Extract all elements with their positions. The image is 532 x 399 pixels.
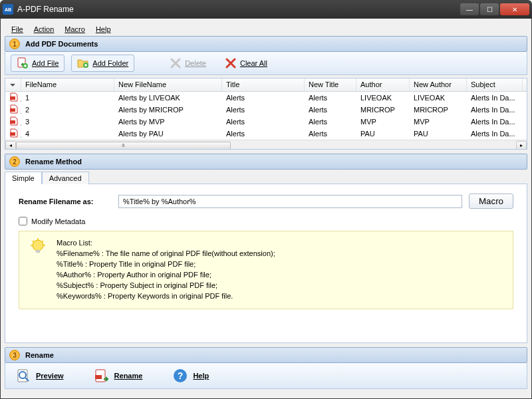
cell-title: Alerts — [222, 105, 305, 114]
cell-new-author: MVP — [410, 117, 467, 126]
svg-rect-3 — [10, 96, 15, 100]
hint-line: %Keywords% : Property Keywords in origin… — [57, 291, 275, 302]
cell-filename: 3 — [21, 117, 114, 126]
svg-rect-9 — [36, 250, 40, 253]
cell-new-filename: Alerts by MVP — [114, 117, 222, 126]
cell-filename: 2 — [21, 105, 114, 114]
cell-new-author: MRICROP — [410, 105, 467, 114]
svg-rect-13 — [95, 375, 102, 379]
cell-new-title: Alerts — [305, 129, 356, 138]
cell-new-title: Alerts — [305, 93, 356, 102]
preview-icon — [16, 368, 31, 383]
section-add-pdf: 1 Add PDF Documents — [5, 36, 527, 52]
tabstrip: Simple Advanced — [5, 171, 527, 184]
add-file-icon — [17, 57, 29, 69]
preview-button[interactable]: Preview — [12, 366, 68, 386]
toolbar-actions: Preview Rename ? Help — [5, 363, 527, 389]
rename-button[interactable]: Rename — [90, 366, 147, 386]
hint-panel: Macro List: %Filename% : The file name o… — [19, 231, 513, 309]
hint-line: %Title% : Property Title in original PDF… — [57, 259, 275, 270]
section-rename-method: 2 Rename Method — [5, 154, 527, 170]
table-row[interactable]: 1 Alerts by LIVEOAK Alerts Alerts LIVEOA… — [5, 92, 527, 104]
cell-filename: 1 — [21, 93, 114, 102]
col-title[interactable]: Title — [222, 78, 305, 91]
menu-file[interactable]: File — [7, 24, 27, 35]
table-row[interactable]: 3 Alerts by MVP Alerts Alerts MVP MVP Al… — [5, 116, 527, 128]
section-title-1: Add PDF Documents — [25, 40, 98, 48]
cell-new-filename: Alerts by LIVEOAK — [114, 93, 222, 102]
col-new-title[interactable]: New Title — [305, 78, 356, 91]
col-new-author[interactable]: New Author — [410, 78, 467, 91]
tab-advanced[interactable]: Advanced — [42, 172, 89, 184]
tab-panel-simple: Rename Filename as: Macro Modify Metadat… — [5, 184, 527, 343]
lightbulb-icon — [29, 238, 47, 257]
delete-label: Delete — [185, 59, 206, 67]
window-title: A-PDF Rename — [17, 5, 460, 14]
col-icon[interactable] — [5, 78, 21, 91]
toolbar-add: Add File Add Folder Delete Clear All — [5, 52, 527, 75]
cell-new-author: LIVEOAK — [410, 93, 467, 102]
add-folder-label: Add Folder — [92, 59, 128, 67]
pdf-icon — [9, 92, 19, 102]
add-file-button[interactable]: Add File — [11, 55, 65, 72]
modify-metadata-label: Modify Metadata — [31, 217, 85, 225]
scroll-left-icon[interactable]: ◂ — [5, 141, 16, 150]
col-filename[interactable]: FileName — [21, 78, 114, 91]
close-button[interactable]: ✕ — [500, 3, 529, 15]
add-folder-button[interactable]: Add Folder — [71, 55, 134, 72]
section-title-3: Rename — [25, 351, 54, 359]
titlebar[interactable]: AB A-PDF Rename — ☐ ✕ — [0, 0, 532, 19]
delete-icon — [170, 57, 182, 69]
cell-new-title: Alerts — [305, 105, 356, 114]
col-new-filename[interactable]: New FileName — [114, 78, 222, 91]
hint-heading: Macro List: — [57, 238, 275, 249]
cell-author: MRICROP — [356, 105, 410, 114]
col-subject[interactable]: Subject — [467, 78, 523, 91]
cell-title: Alerts — [222, 129, 305, 138]
table-row[interactable]: 2 Alerts by MRICROP Alerts Alerts MRICRO… — [5, 104, 527, 116]
scroll-thumb[interactable]: Ⅲ — [16, 142, 231, 150]
badge-3: 3 — [9, 350, 20, 360]
col-author[interactable]: Author — [356, 78, 410, 91]
clear-all-label: Clear All — [240, 59, 267, 67]
menu-macro[interactable]: Macro — [61, 24, 89, 35]
clear-all-button[interactable]: Clear All — [219, 55, 273, 72]
help-button[interactable]: ? Help — [169, 366, 213, 386]
rename-icon — [94, 368, 109, 383]
maximize-button[interactable]: ☐ — [480, 3, 499, 15]
svg-text:?: ? — [178, 370, 184, 381]
minimize-button[interactable]: — — [460, 3, 479, 15]
cell-title: Alerts — [222, 117, 305, 126]
cell-title: Alerts — [222, 93, 305, 102]
horizontal-scrollbar[interactable]: ◂ Ⅲ ▸ — [5, 140, 527, 150]
rename-label: Rename Filename as: — [19, 198, 112, 205]
rename-label: Rename — [114, 372, 143, 380]
add-file-label: Add File — [32, 59, 59, 67]
tab-simple[interactable]: Simple — [5, 172, 42, 184]
delete-button[interactable]: Delete — [164, 55, 212, 72]
add-folder-icon — [77, 57, 89, 69]
menu-help[interactable]: Help — [92, 24, 115, 35]
cell-subject: Alerts In Da... — [467, 93, 523, 102]
rename-pattern-input[interactable] — [118, 195, 462, 208]
modify-metadata-checkbox[interactable] — [19, 217, 27, 225]
svg-rect-4 — [10, 108, 15, 112]
cell-new-author: PAU — [410, 129, 467, 138]
list-header[interactable]: FileName New FileName Title New Title Au… — [5, 78, 527, 92]
pdf-icon — [9, 116, 19, 126]
pdf-icon — [9, 128, 19, 138]
cell-new-filename: Alerts by MRICROP — [114, 105, 222, 114]
scroll-right-icon[interactable]: ▸ — [516, 141, 527, 150]
help-icon: ? — [173, 368, 188, 383]
cell-subject: Alerts In Da... — [467, 129, 523, 138]
menu-action[interactable]: Action — [30, 24, 59, 35]
hint-line: %Author% : Property Author in original P… — [57, 270, 275, 281]
section-title-2: Rename Method — [25, 158, 82, 166]
app-icon: AB — [3, 4, 13, 15]
cell-author: MVP — [356, 117, 410, 126]
macro-button[interactable]: Macro — [469, 194, 513, 209]
list-body[interactable]: 1 Alerts by LIVEOAK Alerts Alerts LIVEOA… — [5, 92, 527, 140]
table-row[interactable]: 4 Alerts by PAU Alerts Alerts PAU PAU Al… — [5, 128, 527, 140]
cell-subject: Alerts In Da... — [467, 117, 523, 126]
file-list[interactable]: FileName New FileName Title New Title Au… — [5, 78, 527, 150]
